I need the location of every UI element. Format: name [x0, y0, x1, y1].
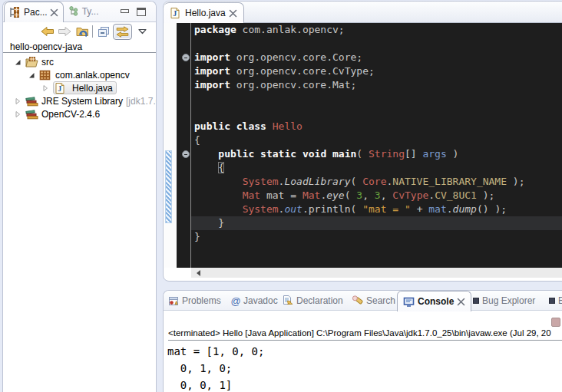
code-line[interactable]: } — [194, 230, 562, 244]
tab-label: Search — [366, 295, 395, 306]
close-icon[interactable] — [457, 298, 465, 306]
code-token: NATIVE_LIBRARY_NAME — [392, 176, 507, 187]
tree-expanded-arrow-icon[interactable] — [14, 58, 21, 66]
code-token: 3 — [375, 189, 381, 201]
tab-javadoc[interactable]: @Javadoc — [230, 291, 278, 311]
tree-collapsed-arrow-icon[interactable] — [41, 84, 49, 92]
code-token: org.opencv.core.Core; — [230, 51, 362, 63]
package-explorer-view: Pac... Ty... hello-opencv-java srccom.an… — [2, 1, 157, 392]
package-explorer-tree: srccom.anlak.opencvJHello.javaJRE System… — [3, 53, 156, 120]
tree-item-hello-java[interactable]: JHello.java — [3, 81, 156, 94]
code-token: ) — [447, 148, 459, 160]
tab-label: Console — [418, 296, 454, 307]
tab-bug-explorer[interactable]: Bug Explorer — [473, 291, 535, 311]
folding-gutter[interactable] — [177, 23, 190, 268]
minimize-view-button[interactable] — [121, 9, 129, 13]
code-line[interactable]: System.LoadLibrary( Core.NATIVE_LIBRARY_… — [194, 175, 562, 189]
code-line[interactable]: } — [191, 216, 562, 230]
forward-button[interactable] — [58, 26, 71, 37]
up-button[interactable] — [76, 26, 89, 38]
code-token: static — [260, 148, 296, 160]
code-token — [326, 148, 332, 160]
code-token: public — [218, 148, 254, 160]
tab-bug[interactable]: Bug — [549, 291, 562, 311]
code-line[interactable]: public class Hello — [194, 120, 562, 133]
code-token: dump — [453, 203, 477, 215]
code-line[interactable]: { — [194, 133, 562, 147]
tab-hello-java[interactable]: J Hello.java — [164, 2, 244, 23]
tree-item-jre-system-library[interactable]: JRE System Library[jdk1.7.0_25] — [3, 94, 156, 107]
code-token: , — [362, 189, 375, 201]
tab-type-hierarchy[interactable]: Ty... — [64, 1, 106, 21]
tab-declaration[interactable]: Declaration — [283, 291, 343, 311]
tree-item-com-anlak-opencv[interactable]: com.anlak.opencv — [3, 68, 156, 81]
code-line[interactable]: { — [194, 161, 562, 175]
code-line[interactable]: import org.opencv.core.Mat; — [194, 78, 562, 92]
code-token: class — [236, 120, 266, 132]
collapse-all-button[interactable] — [98, 26, 110, 38]
tree-collapsed-arrow-icon[interactable] — [14, 97, 21, 105]
close-icon[interactable] — [50, 8, 58, 17]
console-output[interactable]: mat = [1, 0, 0; 0, 1, 0; 0, 0, 1] — [167, 343, 264, 392]
tree-selection[interactable]: JHello.java — [53, 81, 117, 94]
code-line[interactable]: Mat mat = Mat.eye( 3, 3, CvType.CV_8UC1 … — [194, 189, 562, 203]
code-token — [194, 162, 218, 173]
toolbar-separator — [92, 25, 93, 38]
code-token: } — [194, 217, 224, 229]
code-token: String — [369, 148, 405, 160]
tree-item-label: com.anlak.opencv — [55, 70, 130, 81]
annotation-ruler[interactable] — [164, 23, 177, 268]
tree-item-label: OpenCV-2.4.6 — [41, 109, 100, 120]
library-icon — [25, 108, 38, 120]
tab-package-explorer[interactable]: Pac... — [4, 2, 64, 22]
editor-horizontal-scrollbar[interactable] — [191, 268, 562, 278]
tree-item-opencv-2-4-6[interactable]: OpenCV-2.4.6 — [3, 107, 156, 120]
search-icon — [352, 295, 363, 306]
code-line[interactable] — [194, 37, 562, 51]
code-token — [194, 203, 243, 215]
code-token — [254, 148, 260, 160]
code-line[interactable]: import org.opencv.core.Core; — [194, 51, 562, 64]
code-line[interactable]: public static void main( String[] args ) — [194, 147, 562, 161]
code-token: args — [422, 148, 446, 160]
back-button[interactable] — [41, 26, 55, 37]
code-token: ( — [345, 189, 357, 201]
package-icon — [39, 69, 52, 81]
code-token: import — [194, 51, 230, 63]
console-process-banner: <terminated> Hello [Java Application] C:… — [168, 328, 562, 341]
code-token: () ); — [477, 203, 507, 215]
java-file-icon: J — [55, 82, 68, 94]
code-token: CV_8UC1 — [435, 189, 477, 201]
tab-label: Bug Explorer — [482, 295, 535, 306]
maximize-view-button[interactable] — [137, 8, 146, 16]
tree-item-src[interactable]: src — [3, 55, 156, 68]
code-token: } — [194, 231, 200, 242]
tree-collapsed-arrow-icon[interactable] — [14, 110, 21, 118]
code-line[interactable] — [194, 106, 562, 120]
code-token: Core — [362, 176, 386, 187]
console-view: Problems@JavadocDeclarationSearchConsole… — [163, 290, 562, 392]
code-token: 3 — [356, 189, 362, 201]
console-toolbar-button[interactable] — [551, 318, 560, 327]
scroll-left-icon[interactable] — [197, 270, 200, 276]
code-line[interactable] — [194, 92, 562, 106]
tab-problems[interactable]: Problems — [168, 291, 221, 311]
fold-collapse-icon[interactable] — [182, 54, 190, 61]
tree-expanded-arrow-icon[interactable] — [28, 71, 35, 79]
code-line[interactable]: package com.anlak.opencv; — [194, 23, 562, 37]
close-icon[interactable] — [229, 9, 237, 18]
view-menu-button[interactable] — [138, 28, 147, 35]
code-token — [266, 120, 273, 132]
svg-text:@: @ — [231, 296, 241, 306]
tab-console[interactable]: Console — [397, 291, 471, 311]
code-token: package — [194, 24, 236, 35]
code-line[interactable]: import org.opencv.core.CvType; — [194, 64, 562, 78]
link-with-editor-button[interactable] — [113, 24, 132, 40]
editor-part: J Hello.java package com.anlak.opencv;im… — [163, 1, 562, 282]
code-token: { — [194, 134, 200, 146]
code-token: mat = — [260, 189, 302, 201]
tab-search[interactable]: Search — [352, 291, 395, 311]
fold-collapse-icon[interactable] — [182, 150, 190, 158]
code-area[interactable]: package com.anlak.opencv;import org.open… — [190, 23, 562, 268]
code-line[interactable]: System.out.println( "mat = " + mat.dump(… — [194, 203, 562, 216]
